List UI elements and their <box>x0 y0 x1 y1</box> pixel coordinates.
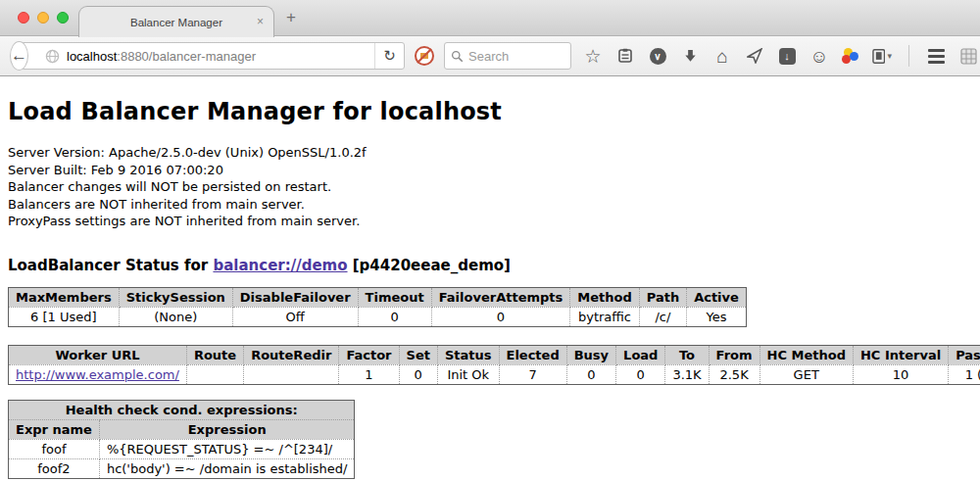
cell-worker-url: http://www.example.com/ <box>9 364 187 384</box>
archive-extension-icon[interactable]: ▾ <box>872 46 892 66</box>
back-button[interactable]: ← <box>10 41 28 71</box>
send-tab-icon[interactable] <box>745 46 764 66</box>
balancer-settings-table: MaxMembers StickySession DisableFailover… <box>8 287 747 327</box>
grid-extension-icon[interactable] <box>958 46 978 66</box>
toolbar-separator <box>908 45 909 67</box>
reload-button[interactable]: ↻ <box>374 43 404 69</box>
table-header-row: Worker URL Route RouteRedir Factor Set S… <box>9 345 980 364</box>
table-row: foof %{REQUEST_STATUS} =~ /^[234]/ <box>9 439 355 458</box>
column-header: Route <box>186 345 243 364</box>
downloads-icon[interactable] <box>680 46 700 66</box>
column-header: HC Method <box>760 345 853 364</box>
bookmark-star-icon[interactable]: ☆ <box>583 46 603 66</box>
cell-expression: hc('body') =~ /domain is established/ <box>99 458 355 478</box>
server-built-line: Server Built: Feb 9 2016 07:00:20 <box>8 162 972 179</box>
persist-notice-line: Balancer changes will NOT be persisted o… <box>8 178 972 196</box>
loadbalancer-status-heading: LoadBalancer Status for balancer://demo … <box>8 257 972 274</box>
column-header: Load <box>616 345 665 364</box>
new-tab-button[interactable]: + <box>286 8 296 27</box>
table-row: foof2 hc('body') =~ /domain is establish… <box>9 458 355 478</box>
table-header-row: Expr name Expression <box>9 419 355 439</box>
server-info: Server Version: Apache/2.5.0-dev (Unix) … <box>8 144 972 230</box>
home-icon[interactable]: ⌂ <box>712 46 732 66</box>
column-header: Path <box>639 287 686 307</box>
column-header: Expression <box>99 419 355 439</box>
column-header: Worker URL <box>9 345 187 364</box>
cell-busy: 0 <box>566 364 615 384</box>
cell-method: bytraffic <box>570 307 639 326</box>
server-version-line: Server Version: Apache/2.5.0-dev (Unix) … <box>8 144 972 162</box>
health-table-title: Health check cond. expressions: <box>9 400 355 419</box>
colored-dots-extension-icon[interactable] <box>842 47 859 65</box>
cell-status: Init Ok <box>437 364 499 384</box>
inherit-notice-line: Balancers are NOT inherited from main se… <box>8 196 972 214</box>
cell-load: 0 <box>616 364 665 384</box>
column-header: Status <box>437 345 499 364</box>
url-text[interactable]: localhost:8880/balancer-manager <box>67 49 374 64</box>
search-bar[interactable] <box>444 42 571 70</box>
cell-maxmembers: 6 [1 Used] <box>9 307 120 326</box>
worker-url-link[interactable]: http://www.example.com/ <box>16 367 179 382</box>
dropdown-caret-icon[interactable]: ▾ <box>887 51 892 61</box>
cell-routeredir <box>244 364 339 384</box>
column-header: Active <box>687 287 747 307</box>
column-header: Expr name <box>9 419 100 439</box>
site-identity-globe-icon <box>45 49 60 64</box>
table-row: http://www.example.com/ 1 0 Init Ok 7 0 … <box>9 364 980 384</box>
worker-status-table: Worker URL Route RouteRedir Factor Set S… <box>8 345 980 385</box>
window-zoom-button[interactable] <box>57 12 69 24</box>
column-header: Factor <box>339 345 399 364</box>
table-header-row: MaxMembers StickySession DisableFailover… <box>9 287 747 307</box>
cell-stickysession: (None) <box>119 307 232 326</box>
cell-route <box>186 364 243 384</box>
cell-set: 0 <box>399 364 437 384</box>
window-close-button[interactable] <box>18 12 29 24</box>
column-header: MaxMembers <box>9 287 120 307</box>
column-header: Busy <box>566 345 615 364</box>
cell-disablefailover: Off <box>232 307 358 326</box>
column-header: RouteRedir <box>244 345 339 364</box>
cell-hc-method: GET <box>760 364 853 384</box>
tab-close-icon[interactable]: × <box>257 15 264 28</box>
search-input[interactable] <box>468 49 557 64</box>
smiley-extension-icon[interactable]: ☺ <box>809 46 829 66</box>
sidebar-clipboard-icon[interactable] <box>615 46 635 66</box>
toolbar-icons: ☆ ∨ ⌂ ↓ ☺ <box>583 45 978 67</box>
table-row: 6 [1 Used] (None) Off 0 0 bytraffic /c/ … <box>9 307 747 326</box>
window-controls <box>18 12 69 24</box>
url-path: :8880/balancer-manager <box>117 49 256 64</box>
url-host: localhost <box>67 49 117 64</box>
tab-title: Balancer Manager <box>130 17 222 28</box>
window-titlebar: Balancer Manager × + <box>0 0 980 36</box>
column-header: DisableFailover <box>232 287 358 307</box>
cell-expression: %{REQUEST_STATUS} =~ /^[234]/ <box>99 439 355 458</box>
cell-factor: 1 <box>339 364 399 384</box>
url-bar[interactable]: localhost:8880/balancer-manager ↻ <box>21 42 405 70</box>
search-icon <box>451 50 464 63</box>
column-header: StickySession <box>119 287 232 307</box>
balancer-demo-link[interactable]: balancer://demo <box>213 257 347 274</box>
column-header: FailoverAttempts <box>431 287 570 307</box>
cell-hc-interval: 10 <box>853 364 948 384</box>
column-header: Elected <box>499 345 566 364</box>
column-header: Passes <box>949 345 980 364</box>
menu-hamburger-icon[interactable] <box>926 46 946 66</box>
browser-tab[interactable]: Balancer Manager × <box>78 6 274 37</box>
cell-active: Yes <box>687 307 747 326</box>
status-heading-prefix: LoadBalancer Status for <box>8 257 213 274</box>
pocket-icon[interactable]: ∨ <box>648 46 667 66</box>
page-content: Load Balancer Manager for localhost Serv… <box>0 76 980 480</box>
cell-path: /c/ <box>639 307 686 326</box>
cell-timeout: 0 <box>358 307 431 326</box>
cell-expr-name: foof <box>9 439 100 458</box>
proxypass-notice-line: ProxyPass settings are NOT inherited fro… <box>8 213 972 230</box>
plugin-blocked-icon[interactable] <box>415 46 434 66</box>
save-to-drive-icon[interactable]: ↓ <box>777 46 797 66</box>
column-header: From <box>709 345 760 364</box>
column-header: Set <box>399 345 437 364</box>
window-minimize-button[interactable] <box>37 12 49 24</box>
cell-failoverattempts: 0 <box>431 307 570 326</box>
cell-to: 3.1K <box>665 364 709 384</box>
cell-from: 2.5K <box>709 364 760 384</box>
health-check-expressions-table: Health check cond. expressions: Expr nam… <box>8 400 355 479</box>
